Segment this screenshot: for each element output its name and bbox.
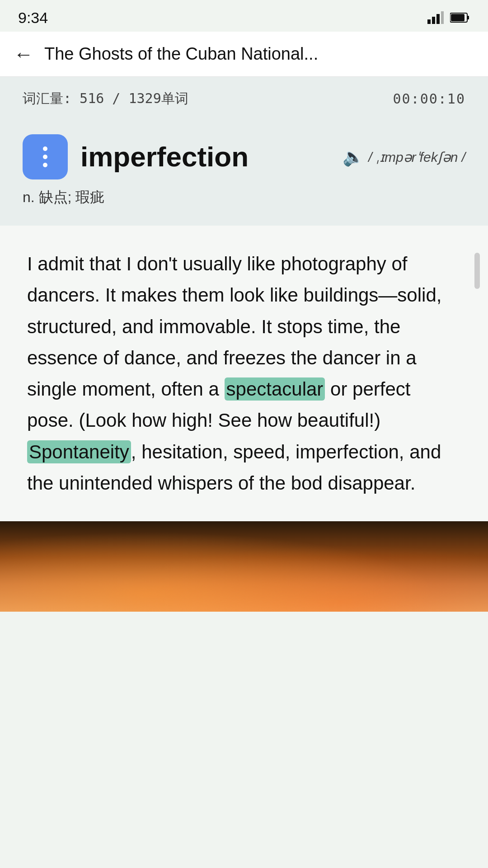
speaker-icon[interactable]: 🔈 [343, 147, 364, 167]
dot-1 [43, 146, 47, 151]
article-image [0, 521, 488, 612]
dot-3 [43, 163, 47, 167]
status-time: 9:34 [18, 9, 48, 27]
word-card: imperfection 🔈 / ˌɪmpərˈfekʃən / n. 缺点; … [0, 121, 488, 226]
svg-rect-0 [427, 19, 431, 24]
timer-display: 00:00:10 [393, 91, 466, 107]
svg-rect-3 [441, 11, 444, 24]
top-nav: ← The Ghosts of the Cuban National... [0, 32, 488, 77]
highlight-spontaneity[interactable]: Spontaneity [27, 440, 131, 463]
svg-rect-6 [451, 14, 465, 21]
highlight-spectacular[interactable]: spectacular [225, 377, 325, 401]
word-icon-box[interactable] [23, 134, 68, 179]
word-text: imperfection [80, 142, 249, 172]
svg-rect-5 [467, 16, 469, 19]
status-bar: 9:34 [0, 0, 488, 32]
dot-2 [43, 155, 47, 159]
word-header: imperfection 🔈 / ˌɪmpərˈfekʃən / [23, 134, 465, 179]
vocab-count: 词汇量: 516 / 1329单词 [23, 90, 188, 108]
status-icons [427, 11, 470, 24]
signal-icon [427, 11, 444, 24]
article-text: I admit that I don't usually like photog… [27, 248, 461, 499]
article-section: I admit that I don't usually like photog… [0, 226, 488, 521]
word-icon-dots [43, 146, 47, 167]
word-pronunciation: 🔈 / ˌɪmpərˈfekʃən / [343, 147, 465, 167]
battery-icon [450, 12, 470, 24]
svg-rect-1 [432, 17, 435, 24]
stats-bar: 词汇量: 516 / 1329单词 00:00:10 [0, 77, 488, 121]
page-title: The Ghosts of the Cuban National... [44, 44, 474, 64]
phonetic-text: / ˌɪmpərˈfekʃən / [368, 149, 465, 165]
svg-rect-2 [436, 14, 440, 24]
scrollbar[interactable] [474, 253, 480, 289]
back-button[interactable]: ← [14, 43, 33, 66]
word-definition: n. 缺点; 瑕疵 [23, 188, 465, 208]
